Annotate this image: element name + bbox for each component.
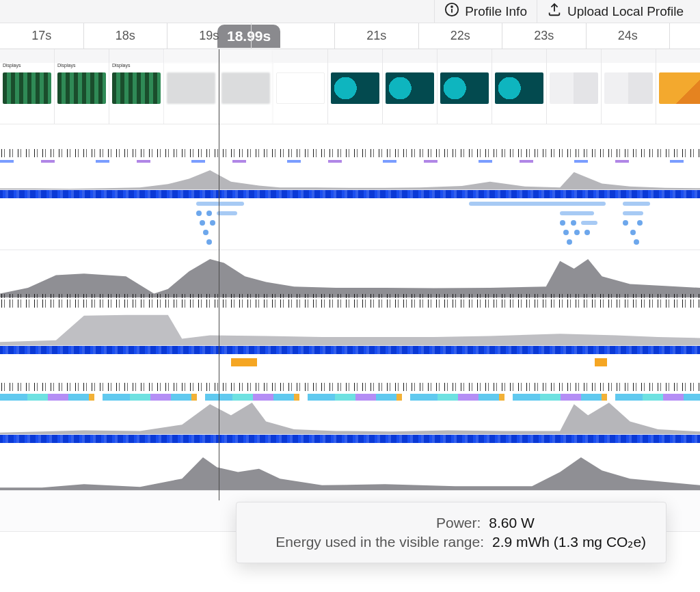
network-marker — [563, 230, 569, 235]
power-tooltip: Power: 8.60 W Energy used in the visible… — [236, 502, 667, 563]
ruler-tick: 18s — [84, 23, 168, 49]
network-marker — [571, 220, 576, 226]
power-area — [0, 457, 700, 490]
screenshot-thumbnail[interactable] — [383, 49, 438, 124]
network-marker — [630, 230, 636, 235]
network-marker — [623, 220, 628, 226]
network-marker — [217, 211, 237, 215]
thumbnail-content — [604, 72, 653, 104]
network-dots-row-4 — [0, 230, 700, 235]
screenshot-thumbnail[interactable]: Displays — [0, 49, 55, 124]
memory-barcode — [0, 299, 700, 308]
network-marker — [560, 211, 594, 215]
framecpu-area — [0, 170, 700, 189]
info-icon — [444, 2, 459, 21]
screenshot-thumbnail[interactable] — [273, 49, 328, 124]
thumbnail-content — [331, 72, 379, 104]
network-marker — [203, 230, 208, 235]
thumbnail-content — [495, 72, 543, 104]
tooltip-energy-label: Energy used in the visible range: — [252, 534, 484, 550]
ruler-tick: 21s — [335, 23, 419, 49]
ruler-tick: 17s — [0, 23, 84, 49]
sync-bar-3 — [0, 435, 700, 443]
screenshot-thumbnail[interactable] — [438, 49, 492, 124]
screenshot-thumbnail[interactable] — [219, 49, 273, 124]
tooltip-power-value: 8.60 W — [489, 515, 535, 531]
paint-markers-rail — [0, 160, 700, 163]
frames-track[interactable] — [0, 124, 700, 190]
screenshot-thumbnail[interactable]: Displays — [55, 49, 109, 124]
network-marker — [206, 211, 212, 216]
network-marker — [196, 202, 244, 206]
ruler-tick: 23s — [502, 23, 587, 49]
network-marker — [584, 230, 590, 235]
thumbnail-content — [386, 72, 434, 104]
network-track[interactable] — [0, 198, 700, 250]
screenshot-thumbnail[interactable] — [547, 49, 602, 124]
network-marker — [469, 202, 606, 206]
gpu-track[interactable] — [0, 354, 700, 435]
ruler-tick: 24s — [587, 23, 671, 49]
screenshot-strip[interactable]: DisplaysDisplaysDisplays — [0, 49, 700, 124]
network-marker — [560, 220, 565, 226]
screenshot-thumbnail[interactable] — [656, 49, 700, 124]
ruler-tick: 22s — [419, 23, 503, 49]
gpu-orange-marks — [0, 358, 700, 366]
upload-profile-label: Upload Local Profile — [567, 4, 684, 19]
thumbnail-page-title: Displays — [3, 63, 21, 68]
thumbnail-content — [659, 72, 700, 104]
gpu-color-rail — [0, 394, 700, 401]
sync-bar-2 — [0, 346, 700, 354]
screenshot-thumbnail[interactable] — [492, 49, 547, 124]
profile-info-label: Profile Info — [465, 4, 527, 19]
ruler-tick: 19s — [167, 23, 252, 49]
tracks-container[interactable] — [0, 124, 700, 532]
screenshot-thumbnail[interactable]: Displays — [109, 49, 164, 124]
thumbnail-content — [276, 72, 325, 104]
memory-area — [0, 312, 700, 345]
network-dots-row-5 — [0, 239, 700, 245]
gpu-area — [0, 403, 700, 434]
top-toolbar: Profile Info Upload Local Profile — [0, 0, 700, 23]
thumbnail-page-title: Displays — [57, 63, 75, 68]
gpu-busy-marker — [595, 358, 607, 366]
network-marker — [623, 202, 650, 206]
thumbnail-content — [167, 72, 215, 104]
network-marker — [637, 220, 643, 226]
upload-icon — [547, 2, 562, 21]
tooltip-energy-value: 2.9 mWh (1.3 mg CO₂e) — [492, 534, 646, 550]
upload-profile-button[interactable]: Upload Local Profile — [537, 0, 693, 23]
network-marker — [623, 211, 643, 215]
memory-track[interactable] — [0, 298, 700, 346]
profile-info-button[interactable]: Profile Info — [434, 0, 537, 23]
sync-bar-1 — [0, 190, 700, 198]
screenshot-thumbnail[interactable] — [164, 49, 219, 124]
screenshot-thumbnail[interactable] — [602, 49, 656, 124]
network-marker — [634, 239, 639, 245]
network-marker — [200, 220, 205, 226]
gpu-barcode — [0, 383, 700, 391]
network-marker — [567, 239, 572, 245]
network-marker — [206, 239, 212, 245]
network-marker — [196, 211, 202, 216]
gpu-busy-marker — [231, 358, 257, 366]
network-marker — [574, 230, 580, 235]
screenshot-thumbnail[interactable] — [328, 49, 383, 124]
thumbnail-page-title: Displays — [112, 63, 130, 68]
power-track[interactable] — [0, 443, 700, 491]
thumbnail-content — [440, 72, 489, 104]
frame-barcode — [0, 149, 700, 157]
js-cpu-track[interactable] — [0, 250, 700, 298]
network-dots-row-1 — [0, 201, 700, 206]
js-cpu-area — [0, 259, 700, 297]
svg-point-2 — [451, 6, 453, 8]
network-dots-row-3 — [0, 220, 700, 226]
time-ruler[interactable]: 18.99s 17s18s19s21s22s23s24s — [0, 23, 700, 49]
thumbnail-content — [57, 72, 106, 104]
ruler-tick — [252, 23, 336, 49]
thumbnail-content — [3, 72, 51, 104]
thumbnail-content — [112, 72, 161, 104]
network-marker — [210, 220, 215, 226]
tooltip-power-label: Power: — [252, 515, 481, 531]
network-marker — [581, 221, 597, 225]
